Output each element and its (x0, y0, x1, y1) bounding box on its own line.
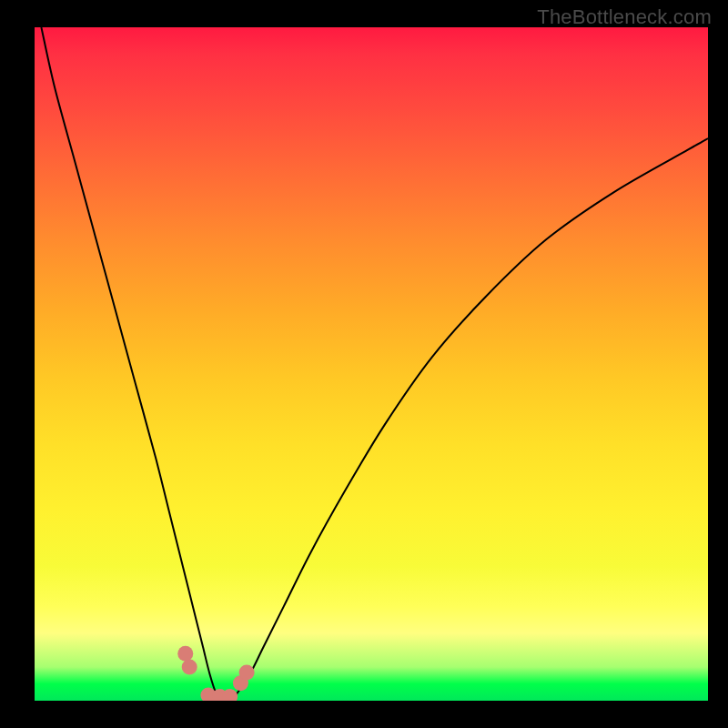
chart-svg (35, 27, 708, 701)
chart-frame: TheBottleneck.com (0, 0, 728, 728)
bottleneck-curve-path (41, 27, 708, 701)
watermark-text: TheBottleneck.com (537, 5, 712, 29)
markers-group (177, 646, 254, 701)
marker-point (177, 646, 193, 662)
plot-area (35, 27, 708, 701)
marker-point (182, 659, 197, 674)
marker-point (239, 664, 255, 680)
